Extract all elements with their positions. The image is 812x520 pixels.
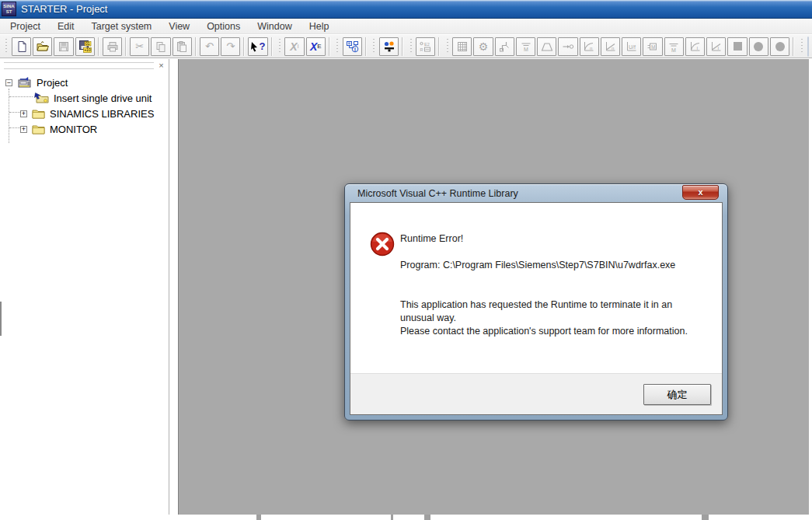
expand-expander[interactable]: +: [20, 126, 27, 133]
ok-button[interactable]: 确定: [643, 384, 711, 405]
toolbar-gripper[interactable]: [336, 39, 339, 54]
cut-icon: ✂: [135, 41, 144, 51]
paste-icon: [176, 40, 188, 53]
tree-label-sinamics-libraries[interactable]: SINAMICS LIBRARIES: [50, 108, 154, 120]
tree-label-monitor[interactable]: MONITOR: [50, 124, 97, 135]
context-help-button[interactable]: ?: [248, 37, 267, 56]
tree-row-insert-drive[interactable]: Insert single drive unit: [34, 90, 152, 106]
menu-help[interactable]: Help: [301, 19, 338, 33]
tree-row-sinamics-libraries[interactable]: + SINAMICS LIBRARIES: [20, 106, 154, 121]
dialog-titlebar[interactable]: Microsoft Visual C++ Runtime Library x: [345, 184, 727, 202]
accessible-nodes-icon: I: [346, 40, 359, 53]
current-curve-1-icon: I: [689, 40, 702, 53]
toolbar-gripper[interactable]: [5, 39, 8, 54]
drive-gear-button: ⚙: [473, 37, 493, 56]
current-curve-2-button: I: [706, 37, 726, 56]
panel-drag-gripper[interactable]: [4, 62, 154, 69]
toolbar-separator: [125, 37, 127, 56]
menu-options[interactable]: Options: [198, 19, 249, 33]
menu-window[interactable]: Window: [249, 19, 300, 33]
menu-view[interactable]: View: [160, 19, 198, 33]
dialog-body: Runtime Error! Program: C:\Program Files…: [350, 202, 723, 415]
help-arrow-icon: [250, 41, 258, 52]
toolbar-gripper[interactable]: [409, 39, 412, 54]
motor-module-2-button: M: [664, 37, 684, 56]
bico-matrix-icon: [456, 40, 469, 53]
window-title: STARTER - Project: [21, 3, 107, 15]
tree-label-insert-drive[interactable]: Insert single drive unit: [54, 92, 152, 104]
uf-label: U/f: [629, 44, 636, 49]
window-titlebar[interactable]: SINA ST STARTER - Project: [0, 0, 812, 19]
open-folder-icon: [36, 40, 49, 53]
speed-curve-1-icon: n: [583, 40, 595, 53]
menu-project[interactable]: Project: [2, 19, 49, 33]
paste-button: [173, 37, 192, 56]
ramp-generator-icon: [541, 40, 553, 53]
speed-curve-2-icon: n: [605, 40, 617, 53]
runtime-error-dialog: Microsoft Visual C++ Runtime Library x R…: [344, 183, 728, 421]
error-icon: [370, 232, 395, 257]
insert-external-setpoint-button[interactable]: XE: [306, 37, 326, 56]
project-tree-panel: × − Project: [2, 59, 169, 515]
square-indicator-icon: [734, 42, 742, 51]
accessible-nodes-button[interactable]: I: [343, 37, 362, 56]
toolbar-separator: [329, 37, 330, 56]
splitter-tick: [702, 515, 709, 520]
redo-icon: ↷: [226, 41, 235, 51]
vf-control-button: U/f: [622, 37, 641, 56]
folder-icon: [31, 124, 46, 135]
setpoint-injection-icon: [562, 40, 574, 53]
toolbar-gripper[interactable]: [279, 39, 281, 54]
dialog-content: Runtime Error! Program: C:\Program Files…: [350, 203, 722, 373]
motor-box-m-label: M: [651, 44, 655, 49]
splitter-tick: [391, 515, 393, 520]
tree-row-monitor[interactable]: + MONITOR: [20, 121, 97, 137]
undo-button: ↶: [200, 37, 219, 56]
save-compile-button[interactable]: 01 +10: [75, 37, 95, 56]
expand-expander[interactable]: +: [20, 110, 27, 117]
dialog-close-button[interactable]: x: [682, 185, 719, 200]
undo-icon: ↶: [205, 41, 214, 51]
bottom-strip: [0, 515, 812, 520]
new-document-button[interactable]: [12, 37, 31, 56]
copy-icon: [155, 40, 167, 53]
menu-edit[interactable]: Edit: [49, 19, 83, 33]
app-icon-text-1: SINA: [2, 4, 16, 9]
toolbar: 01 +10 ✂ ↶ ↷: [0, 35, 812, 58]
tree-panel-header[interactable]: ×: [4, 61, 166, 70]
speed-n2-label: n: [612, 45, 614, 50]
new-document-icon: [16, 40, 28, 53]
save-button: [54, 37, 73, 56]
menu-bar: Project Edit Target system View Options …: [0, 19, 812, 34]
toolbar-gripper[interactable]: [373, 39, 375, 54]
open-project-button[interactable]: [33, 37, 52, 56]
tree-row-project[interactable]: − Project: [5, 75, 68, 90]
error-heading: Runtime Error!: [400, 232, 463, 246]
redo-button: ↷: [221, 37, 240, 56]
toolbar-gripper[interactable]: [446, 39, 448, 54]
circle-indicator-2-button: [770, 37, 789, 56]
splitter-tick: [424, 515, 430, 520]
current-curve-1-button: I: [685, 37, 705, 56]
connect-target-system-button[interactable]: [379, 37, 399, 56]
cut-button: ✂: [130, 37, 149, 56]
xi-sub-label: I: [298, 43, 299, 50]
xe-icon: X: [310, 40, 317, 53]
valve-icon: [498, 40, 511, 53]
error-message-line-2: Please contact the application's support…: [400, 325, 705, 338]
menu-target-system[interactable]: Target system: [82, 19, 160, 33]
speed-curve-2-button: n: [601, 37, 620, 56]
circle-indicator-icon: [775, 42, 785, 51]
error-message: This application has requested the Runti…: [400, 298, 705, 338]
accessible-nodes-i-label: I: [354, 46, 356, 51]
collapse-expander[interactable]: −: [5, 79, 12, 86]
error-message-line-1: This application has requested the Runti…: [400, 298, 705, 325]
motor-module-2-icon: M: [667, 40, 680, 53]
tree-label-project[interactable]: Project: [37, 77, 68, 89]
circle-indicator-1-button: [749, 37, 768, 56]
panel-close-button[interactable]: ×: [156, 61, 166, 70]
folder-icon: [31, 108, 46, 120]
motor-m-label: M: [524, 47, 528, 52]
docked-panel-edge: [0, 302, 2, 336]
toolbar-gripper[interactable]: [800, 39, 803, 54]
